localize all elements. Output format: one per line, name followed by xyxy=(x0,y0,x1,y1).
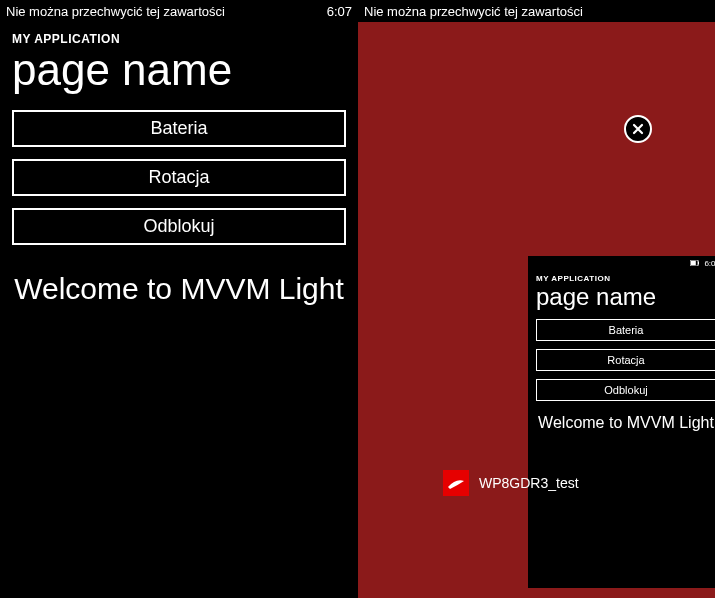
svg-rect-1 xyxy=(691,261,696,265)
close-icon xyxy=(631,122,645,136)
svg-rect-2 xyxy=(698,262,699,265)
statusbar: Nie można przechwycić tej zawartości xyxy=(358,0,715,22)
mini-welcome-text: Welcome to MVVM Light xyxy=(536,413,715,432)
unlock-button[interactable]: Odblokuj xyxy=(12,208,346,245)
task-card[interactable]: 6:08 MY APPLICATION page name Bateria Ro… xyxy=(528,256,715,588)
app-tile-icon xyxy=(443,470,469,496)
page-title: page name xyxy=(12,48,346,92)
mini-app-title: MY APPLICATION xyxy=(536,274,715,283)
mini-page-title: page name xyxy=(536,285,715,309)
mini-clock: 6:08 xyxy=(704,259,715,268)
statusbar-message: Nie można przechwycić tej zawartości xyxy=(364,4,583,19)
mini-rotation-button: Rotacja xyxy=(536,349,715,371)
mini-unlock-button: Odblokuj xyxy=(536,379,715,401)
close-task-button[interactable] xyxy=(624,115,652,143)
mini-battery-button: Bateria xyxy=(536,319,715,341)
app-title: MY APPLICATION xyxy=(12,32,346,46)
statusbar-message: Nie można przechwycić tej zawartości xyxy=(6,4,225,19)
phone-screen-task-switcher: Nie można przechwycić tej zawartości 6:0… xyxy=(358,0,715,598)
app-content: MY APPLICATION page name Bateria Rotacja… xyxy=(0,22,358,307)
mini-app-content: MY APPLICATION page name Bateria Rotacja… xyxy=(528,270,715,432)
statusbar-clock: 6:07 xyxy=(327,4,352,19)
mini-statusbar: 6:08 xyxy=(528,256,715,270)
battery-button[interactable]: Bateria xyxy=(12,110,346,147)
rotation-button[interactable]: Rotacja xyxy=(12,159,346,196)
task-card-wrapper[interactable]: 6:08 MY APPLICATION page name Bateria Ro… xyxy=(443,128,639,460)
phone-screen-app: Nie można przechwycić tej zawartości 6:0… xyxy=(0,0,358,598)
task-label-text: WP8GDR3_test xyxy=(479,475,579,491)
task-label-row: WP8GDR3_test xyxy=(443,470,579,496)
welcome-text: Welcome to MVVM Light xyxy=(12,271,346,307)
battery-icon xyxy=(690,260,700,266)
statusbar: Nie można przechwycić tej zawartości 6:0… xyxy=(0,0,358,22)
